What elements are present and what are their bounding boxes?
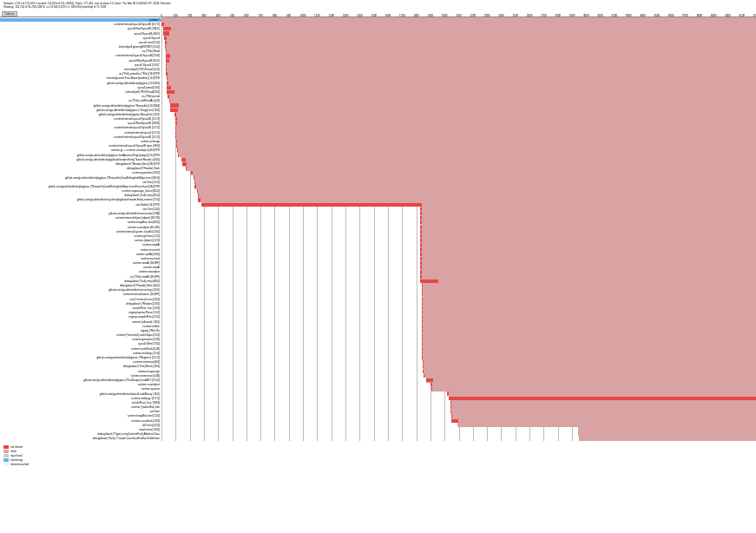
row-label[interactable]: runtime.growslice [3,00]: [0, 338, 161, 341]
row-label[interactable]: runtime.scanblock [10,0]: [0, 419, 161, 423]
row-label[interactable]: runtime.gcDrain [12,0]: [0, 234, 161, 238]
row-label[interactable]: internal/poll.(*FD).Pread (52,0): [0, 68, 161, 71]
row-label[interactable]: debug/dwarf.(*buf).entry [88,0]: [0, 280, 161, 283]
row-label[interactable]: debug/dwarf.(*free).Block [18,0]: [0, 365, 161, 368]
row-label[interactable]: os.(*File).readAt [18,0FF]: [0, 275, 161, 279]
row-label[interactable]: syscall.RawSyscall6 (106,0): [0, 27, 161, 30]
row-label[interactable]: github.com/go-delve/delve/service/api (2…: [0, 212, 161, 215]
row-label[interactable]: github.com/go-delve/delve/pkg/proc.findA…: [0, 154, 161, 157]
row-label[interactable]: runtime.scanobject (40,432): [0, 226, 161, 229]
row-label[interactable]: regexp/syntax.Parse [15,0]: [0, 311, 161, 314]
row-label[interactable]: runtime.memmove [4,00]: [0, 374, 161, 378]
row-label[interactable]: runtime.mcentral: [0, 257, 161, 260]
row-label[interactable]: runtime.newAt: [0, 266, 161, 269]
row-label[interactable]: runtime/internal/object,(object) [81720]: [0, 216, 161, 220]
row-label[interactable]: runtime.mapassign: [0, 370, 161, 373]
row-label[interactable]: sort.doPivot_func [20,0]: [0, 306, 161, 310]
row-label[interactable]: os.(*File).call/ReadAt [(4,0]: [0, 99, 161, 102]
row-label[interactable]: internal/poll.ignoringEINTRIO [24,0]: [0, 45, 161, 49]
row-label[interactable]: github.com/go-delve/delve/pkg/dwarf/read…: [0, 158, 161, 161]
columns-button[interactable]: Columns: [2, 11, 17, 16]
row-label[interactable]: debug/dwarf.(*Reader).Next (40,0): [0, 284, 161, 287]
row-label[interactable]: runtime.(*mcentral).cacheSpan [25,0]: [0, 333, 161, 337]
row-label[interactable]: github.com/go-delve/delve/pkg/proc.(*Bin…: [0, 185, 161, 188]
row-label[interactable]: os.(*File).Read: [0, 49, 161, 53]
row-label[interactable]: debug/dwarf.(*free).("*reader")/continue…: [0, 437, 161, 440]
row-label[interactable]: os.(*File).pread/os.(*File).[16,0]*FD: [0, 72, 161, 76]
axis-tick: 1700: [399, 14, 405, 17]
row-label[interactable]: runtime.(object) [12,0]: [0, 239, 161, 242]
row-label[interactable]: github.com/go-delve/delve/system/pkg/dwa…: [0, 198, 161, 201]
row-label[interactable]: internal/poll.(*FD).Pread[28,0]: [0, 90, 161, 94]
row-label[interactable]: sort.(*reverse).Less [20,0]: [0, 298, 161, 301]
row-label[interactable]: github.com/go-delve/delve/pkg/proc.(*Ima…: [0, 109, 161, 112]
row-label[interactable]: runtime.writeStack [6,00]: [0, 347, 161, 351]
row-label[interactable]: runtime.(allocate) (18,0): [0, 320, 161, 324]
row-label[interactable]: runtime.mallocgc [117,0]: [0, 397, 161, 400]
row-label[interactable]: runtime/internal/syscall [117,0]: [0, 131, 161, 135]
row-label[interactable]: runtime.growslice [20,0]: [0, 171, 161, 174]
row-label[interactable]: runtime.newAt [18,0FF]: [0, 261, 161, 265]
row-label[interactable]: sort.Sort [12,0]: [0, 181, 161, 184]
row-label[interactable]: debug/dwarf.(*Type).stringContentFor().A…: [0, 432, 161, 436]
row-label[interactable]: debug/dwarf.(*Reader) [20,0]: [0, 302, 161, 306]
row-label[interactable]: syscall.pread [29,0]: [0, 86, 161, 89]
row-label[interactable]: runtime.*: [0, 18, 161, 22]
row-label[interactable]: runtime/internal/syscall.Syscall6 [417,0…: [0, 23, 161, 26]
row-label[interactable]: runtime/internal/system.Load64 [18,0]: [0, 230, 161, 234]
row-label[interactable]: runtime.mallocgc [25,0]: [0, 352, 161, 355]
row-label[interactable]: runtime.sysmon: [0, 387, 161, 391]
row-label[interactable]: regexp.(*Re).Dis: [0, 329, 161, 332]
row-label[interactable]: runtime/internal/syscall.Syscall6 [117,0…: [0, 135, 161, 139]
row-label[interactable]: regexp.compilePoint [15,0]: [0, 315, 161, 319]
row-label[interactable]: debug/dwarf.(*Reader).Next [28,0]*FD: [0, 162, 161, 166]
axis-tick: 1200: [328, 14, 334, 17]
axis-tick: 2500: [512, 14, 518, 17]
row-label[interactable]: github.com/go-delve/delve/pkg/proc.[15,0…: [0, 82, 161, 85]
row-label[interactable]: runtime/internal/syscall.Syscall6 /proc …: [0, 144, 161, 148]
row-label[interactable]: debug/dwarf.(*Reader).Seek: [0, 167, 161, 170]
row-label[interactable]: internal/gcache.FuncName(module) [12,0]*…: [0, 76, 161, 80]
row-label[interactable]: runtime.scanobject: [0, 383, 161, 386]
row-label[interactable]: debug/dwarf.(*buf).entry [85,0]: [0, 194, 161, 197]
row-label[interactable]: syscall.RawSyscall6 [108,0]: [0, 122, 161, 125]
chart-row[interactable]: debug/dwarf.(*free).("*reader")/continue…: [0, 437, 756, 441]
row-label[interactable]: syscall.Syscall6 (48,0): [0, 32, 161, 36]
row-label[interactable]: syscall.read [25,0]: [0, 41, 161, 44]
row-label[interactable]: github.com/go-delve/delve/object/Load/Bi…: [0, 392, 161, 396]
row-label[interactable]: runtime.splitAt [18,0]: [0, 253, 161, 256]
row-label[interactable]: syscall.RawSyscall6 (85,0): [0, 59, 161, 63]
row-label[interactable]: github.com/go-delve/delve/service/api (2…: [0, 288, 161, 292]
row-label[interactable]: runtime.mcentral: [0, 248, 161, 252]
row-label[interactable]: runtime.heapBits.next [12,0]: [0, 414, 161, 418]
row-label[interactable]: runtime/internal/syscall.Syscall6 [117,0…: [0, 126, 161, 129]
row-label[interactable]: runtime/internal/syscall.Syscall6 [20,0]: [0, 54, 161, 57]
row-label[interactable]: syscall.Syscall (18,0)*: [0, 63, 161, 67]
row-label[interactable]: sort.Sort [14,0]: [0, 207, 161, 211]
row-label[interactable]: runtime.gc + runtime.scanobject [40,0]*F…: [0, 148, 161, 152]
row-label[interactable]: github.com/go-delve/delve/pkg/proc.(*Eva…: [0, 378, 161, 382]
row-label[interactable]: runtime.(*pallocBits).free: [0, 405, 161, 409]
row-label[interactable]: github.com/go-delve/delve/pkg/proc.(*Bin…: [0, 176, 161, 180]
row-label[interactable]: sort.doPivot_func [7043]: [0, 401, 161, 405]
row-label[interactable]: runtime.malloc: [0, 325, 161, 328]
row-label[interactable]: sort.Sort: [0, 410, 161, 413]
row-label[interactable]: runtime/internal/syscall.Syscall6 [117,0…: [0, 117, 161, 121]
row-label[interactable]: github.com/go-delve/delve/pkg/proc.Binar…: [0, 113, 161, 116]
row-label[interactable]: syscall.Syscall: [0, 36, 161, 40]
row-label[interactable]: runtime/internal/atomic [18,0FF]: [0, 293, 161, 296]
row-label[interactable]: syscall.Write [70,0]: [0, 342, 161, 345]
row-label[interactable]: runtime.readAt: [0, 243, 161, 247]
axis-tick: 3500: [654, 14, 660, 17]
row-label[interactable]: runtime.newobject: [0, 270, 161, 273]
row-label[interactable]: runtime.mapassign_faststr [85,0]: [0, 189, 161, 193]
row-label[interactable]: runtime.memmove[8,0]: [0, 360, 161, 364]
row-label[interactable]: runtime.free [10,0]: [0, 428, 161, 431]
row-label[interactable]: runtime.selectgo: [0, 140, 161, 143]
row-label[interactable]: runtime.heapBits.next [80,0]: [0, 220, 161, 224]
row-label[interactable]: sort.Stable [14,0]*FD: [0, 203, 161, 207]
row-label[interactable]: github.com/go-delve/delve/pkg/proc.(*Reg…: [0, 356, 161, 359]
row-label[interactable]: df.(*tree) [42,0]: [0, 424, 161, 427]
row-label[interactable]: os.(*File).pread: [0, 95, 161, 98]
row-label[interactable]: github.com/go-delve/delve/pkg/proc.*Bina…: [0, 104, 161, 108]
